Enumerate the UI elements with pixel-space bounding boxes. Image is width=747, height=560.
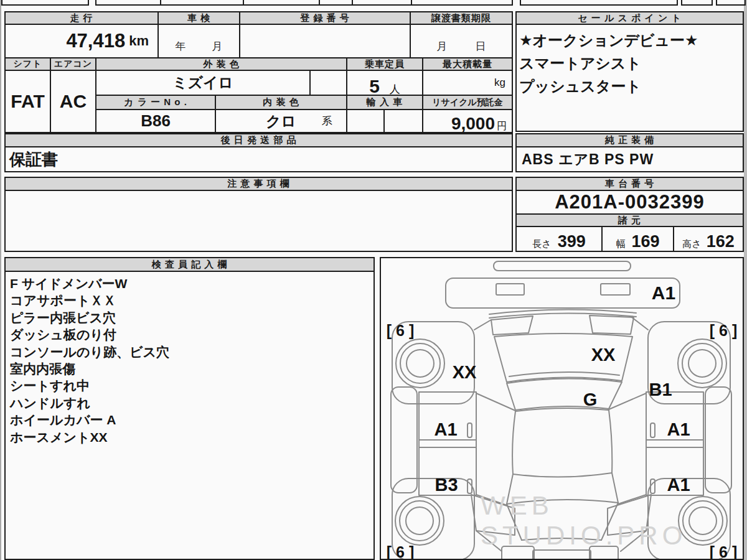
damage-label-left-rear-door: B3: [435, 475, 458, 495]
tire-label-rear-left: [ 6 ]: [387, 543, 414, 559]
spec-length-value: 399: [558, 232, 586, 251]
sales-points-header: セ ー ル ス ポ イ ン ト: [515, 11, 744, 25]
damage-label-right-front-fender: B1: [649, 380, 672, 399]
registration-value: [239, 24, 411, 58]
aircon-value: AC: [50, 70, 96, 133]
front-right-wheel: [678, 339, 726, 388]
exterior-color-value: ミズイロ: [95, 70, 311, 96]
interior-color-text: クロ: [266, 111, 296, 131]
inspector-header: 検 査 員 記 入 欄: [4, 257, 375, 272]
shaken-year-label: 年: [176, 39, 186, 54]
damage-label-right-rear-door: A1: [667, 475, 690, 495]
damage-label-left-front-fender: XX: [453, 362, 477, 382]
damage-label-hood: XX: [591, 345, 616, 365]
tire-label-rear-right: [ 6 ]: [710, 543, 737, 559]
inspector-note: ハンドルすれ: [10, 394, 169, 411]
transfer-day-label: 日: [476, 39, 486, 54]
recycle-deposit-value: 9,000 円: [422, 109, 513, 133]
interior-color-suffix: 系: [322, 114, 332, 128]
spec-height-value: 162: [707, 232, 735, 251]
damage-label-windshield: G: [583, 390, 598, 409]
inspector-note: ホースメントXX: [10, 429, 169, 446]
inspector-note: ダッシュ板のり付: [10, 326, 169, 343]
shaken-value: 年 月: [157, 24, 240, 58]
hood-inner-arc: [509, 372, 619, 376]
recycle-unit: 円: [497, 120, 507, 133]
headlight-left-shape: [491, 316, 533, 335]
rear-left-wheel: [395, 497, 444, 545]
roof-shape: [512, 408, 612, 477]
cowl-line: [489, 313, 636, 318]
spec-width-label: 幅: [616, 238, 625, 250]
max-load-header: 最大積載量: [422, 57, 513, 71]
rear-corner-connector: [621, 531, 646, 551]
door-handle: [651, 423, 655, 437]
equipment-text: ABS エアB PS PW: [522, 150, 654, 169]
inspector-notes: F サイドメンバーW コアサポートＸＸ ピラー内張ビス穴 ダッシュ板のり付 コン…: [10, 275, 169, 446]
later-parts-header: 後 日 発 送 部 品: [4, 133, 513, 147]
door-divider: [419, 440, 703, 447]
color-no-header: カ ラ ー N o .: [95, 95, 216, 110]
rear-window-arc: [507, 500, 618, 504]
spec-height-label: 高さ: [682, 238, 701, 250]
rear-gate-bottom: [522, 538, 601, 540]
cutoff-cell: [160, 0, 244, 6]
capacity-value: 5 人: [346, 70, 423, 96]
pillar-connector: [476, 393, 515, 411]
caution-area: [4, 190, 513, 252]
later-parts-value: 保証書: [4, 146, 513, 172]
rear-bumper-left: [502, 546, 534, 559]
exterior-color-header: 外 装 色: [95, 57, 347, 71]
mileage-number: 47,418: [66, 30, 125, 52]
inspector-note: ホイールカバー A: [10, 411, 169, 428]
spec-width: 幅 169: [601, 226, 674, 252]
import-value-cell-2: [383, 109, 423, 133]
cutoff-cell: [520, 0, 678, 6]
front-left-wheel: [396, 339, 444, 388]
car-damage-diagram: A1 [ 6 ] [ 6 ] XX XX B1 G A1 A1 B3 A1 [ …: [381, 258, 743, 559]
equipment-header: 純 正 装 備: [515, 133, 744, 147]
spec-height: 高さ 162: [673, 226, 744, 252]
damage-label-right-front-door: A1: [667, 419, 690, 439]
sales-point: ★オークションデビュー★: [519, 29, 698, 52]
equipment-value: ABS エアB PS PW: [515, 146, 744, 172]
inspector-note: シートすれ中: [10, 377, 169, 394]
capacity-header: 乗車定員: [346, 57, 423, 71]
transfer-month-label: 月: [437, 39, 448, 54]
recycle-deposit-header: リサイクル預託金: [422, 95, 513, 110]
transfer-deadline-header: 譲渡書類期限: [410, 11, 513, 25]
door-handle: [467, 423, 472, 437]
transfer-deadline-value: 月 日: [410, 24, 513, 58]
cutoff-cell: [95, 0, 161, 6]
chassis-no-value: A201A-0032399: [515, 190, 744, 215]
inspector-note: F サイドメンバーW: [10, 275, 169, 292]
spec-length: 長さ 399: [515, 226, 603, 252]
max-load-value: kg: [422, 70, 513, 96]
diagram-box: A1 [ 6 ] [ 6 ] XX XX B1 G A1 A1 B3 A1 [ …: [380, 257, 744, 560]
pillar-connector: [609, 393, 646, 409]
chassis-no-header: 車 台 番 号: [515, 177, 744, 191]
spec-header: 諸 元: [515, 213, 744, 227]
cutoff-cell: [411, 0, 513, 6]
damage-label-front-bumper: A1: [652, 282, 675, 303]
max-load-unit: kg: [494, 77, 505, 89]
import-value-cell-1: [346, 109, 385, 133]
bumper-detail-left: [496, 284, 524, 295]
capacity-number: 5: [369, 76, 380, 97]
pillar-connector: [476, 495, 507, 505]
interior-color-value: クロ 系: [215, 109, 347, 133]
recycle-number: 9,000: [451, 114, 495, 134]
tire-label-front-left: [ 6 ]: [387, 322, 414, 339]
tire-label-front-right: [ 6 ]: [710, 322, 737, 339]
mileage-value: 47,418 km: [4, 24, 159, 58]
caution-header: 注 意 事 項 欄: [4, 177, 513, 191]
sales-points-area: ★オークションデビュー★ スマートアシスト プッシュスタート: [515, 24, 744, 132]
front-bumper-top-strip: [494, 261, 631, 271]
sales-point: スマートアシスト: [519, 52, 641, 75]
rear-bumper-center: [533, 550, 591, 559]
sales-point: プッシュスタート: [519, 75, 641, 98]
rear-bumper-right: [590, 546, 618, 559]
inspector-note: 室内内張傷: [10, 360, 169, 377]
shift-header: シフト: [4, 57, 51, 71]
shaken-month-label: 月: [212, 39, 223, 54]
